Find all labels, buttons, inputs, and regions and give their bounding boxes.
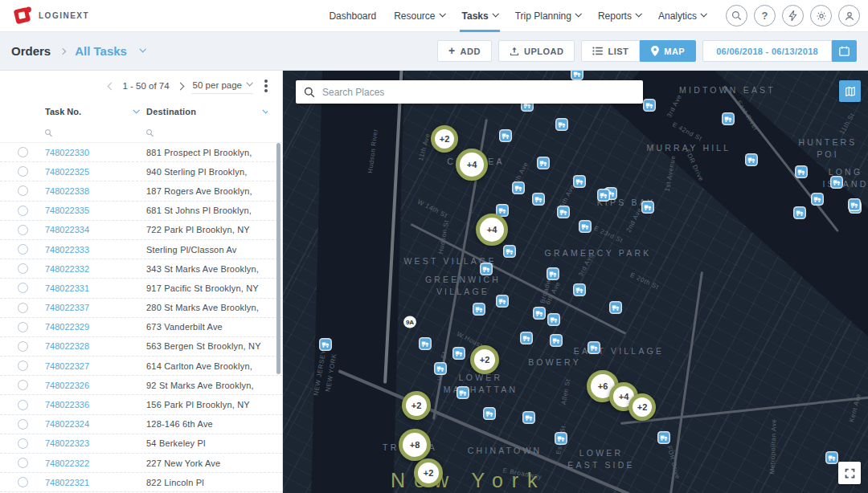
task-number-link[interactable]: 748022334 bbox=[45, 225, 146, 234]
task-marker[interactable] bbox=[813, 194, 823, 205]
task-no-filter-input[interactable] bbox=[45, 122, 146, 142]
column-task-no[interactable]: Task No. bbox=[45, 107, 146, 116]
cluster-marker[interactable]: +4 bbox=[476, 214, 508, 246]
sort-caret-icon[interactable] bbox=[133, 107, 139, 113]
row-radio[interactable] bbox=[18, 283, 28, 293]
task-number-link[interactable]: 748022324 bbox=[45, 419, 146, 429]
help-button[interactable]: ? bbox=[754, 5, 776, 26]
task-number-link[interactable]: 748022331 bbox=[45, 283, 146, 293]
row-radio[interactable] bbox=[18, 400, 28, 410]
task-number-link[interactable]: 748022337 bbox=[45, 303, 146, 312]
table-row[interactable]: 748022334722 Park Pl Brooklyn, NY bbox=[0, 221, 282, 240]
row-radio[interactable] bbox=[18, 477, 28, 487]
table-row[interactable]: 74802232354 Berkeley Pl bbox=[0, 434, 282, 454]
task-marker[interactable] bbox=[497, 206, 508, 216]
task-marker[interactable] bbox=[485, 409, 495, 419]
cluster-marker[interactable]: +2 bbox=[414, 458, 443, 487]
task-marker[interactable] bbox=[580, 222, 591, 232]
column-destination[interactable]: Destination bbox=[146, 107, 268, 116]
row-radio[interactable] bbox=[18, 341, 28, 352]
task-number-link[interactable]: 748022321 bbox=[45, 478, 146, 487]
task-marker[interactable] bbox=[827, 453, 837, 463]
task-number-link[interactable]: 748022323 bbox=[45, 438, 146, 448]
date-range-button[interactable]: 06/06/2018 - 06/13/2018 bbox=[702, 40, 832, 62]
task-marker[interactable] bbox=[575, 285, 585, 295]
nav-item-dashboard[interactable]: Dashboard bbox=[320, 0, 385, 32]
nav-item-resource[interactable]: Resource bbox=[385, 0, 452, 32]
cluster-marker[interactable]: +2 bbox=[628, 393, 656, 421]
map-type-button[interactable] bbox=[839, 80, 861, 102]
profile-button[interactable] bbox=[838, 5, 860, 26]
task-marker[interactable] bbox=[551, 336, 562, 346]
cluster-marker[interactable]: +2 bbox=[470, 345, 499, 374]
table-row[interactable]: 748022336156 Park Pl Brooklyn, NY bbox=[0, 395, 282, 414]
breadcrumb-current[interactable]: All Tasks bbox=[75, 44, 127, 58]
task-marker[interactable] bbox=[747, 155, 757, 165]
table-row[interactable]: 748022324128-146 6th Ave bbox=[0, 415, 282, 434]
task-marker[interactable] bbox=[575, 177, 585, 187]
nav-item-analytics[interactable]: Analytics bbox=[649, 0, 714, 32]
row-radio[interactable] bbox=[18, 322, 28, 332]
task-marker[interactable] bbox=[436, 364, 446, 374]
search-button[interactable] bbox=[726, 5, 747, 26]
cluster-marker[interactable]: +2 bbox=[402, 391, 431, 420]
list-view-button[interactable]: LIST bbox=[581, 40, 640, 62]
task-marker[interactable] bbox=[458, 388, 469, 398]
task-marker[interactable] bbox=[420, 339, 431, 349]
row-radio[interactable] bbox=[18, 419, 28, 430]
settings-button[interactable] bbox=[810, 5, 832, 26]
row-radio[interactable] bbox=[18, 458, 28, 468]
task-marker[interactable] bbox=[321, 340, 331, 350]
task-number-link[interactable]: 748022336 bbox=[45, 400, 146, 409]
scrollbar[interactable] bbox=[276, 143, 280, 374]
task-number-link[interactable]: 748022330 bbox=[45, 148, 146, 157]
map-view-button[interactable]: MAP bbox=[640, 40, 696, 62]
table-row[interactable]: 748022330881 Prospect Pl Brooklyn, bbox=[0, 143, 282, 162]
row-radio[interactable] bbox=[18, 225, 28, 235]
task-marker[interactable] bbox=[534, 308, 545, 319]
task-marker[interactable] bbox=[557, 120, 567, 130]
row-radio[interactable] bbox=[18, 361, 28, 371]
map-canvas[interactable]: MIDTOWN EASTMURRAY HILLHUNTERS POILONG I… bbox=[283, 71, 868, 493]
task-marker[interactable] bbox=[659, 433, 669, 443]
fullscreen-button[interactable] bbox=[838, 462, 861, 484]
task-marker[interactable] bbox=[559, 207, 569, 218]
brand[interactable]: LOGINEXT bbox=[11, 6, 89, 26]
row-radio[interactable] bbox=[18, 244, 28, 255]
table-row[interactable]: 748022337280 St Marks Ave Brooklyn, bbox=[0, 299, 282, 318]
next-page-icon[interactable] bbox=[176, 82, 184, 90]
task-marker[interactable] bbox=[505, 246, 515, 257]
row-radio[interactable] bbox=[18, 380, 28, 390]
task-marker[interactable] bbox=[556, 434, 567, 444]
task-number-link[interactable]: 748022328 bbox=[45, 341, 146, 351]
task-marker[interactable] bbox=[795, 208, 805, 218]
cluster-marker[interactable]: +4 bbox=[456, 149, 488, 181]
table-row[interactable]: 74802232692 St Marks Ave Brooklyn, bbox=[0, 376, 282, 395]
task-marker[interactable] bbox=[611, 303, 621, 313]
task-marker[interactable] bbox=[538, 158, 549, 169]
cluster-marker[interactable]: +8 bbox=[399, 429, 431, 461]
task-marker[interactable] bbox=[643, 202, 653, 213]
table-row[interactable]: 748022333Sterling Pl/Classon Av bbox=[0, 240, 282, 259]
task-marker[interactable] bbox=[524, 413, 534, 423]
task-number-link[interactable]: 748022326 bbox=[45, 381, 146, 390]
quick-actions-button[interactable] bbox=[782, 5, 804, 26]
task-number-link[interactable]: 748022335 bbox=[45, 206, 146, 215]
row-radio[interactable] bbox=[18, 303, 28, 313]
task-marker[interactable] bbox=[572, 71, 583, 79]
table-row[interactable]: 748022325940 Sterling Pl Brooklyn, bbox=[0, 162, 282, 181]
task-number-link[interactable]: 748022333 bbox=[45, 245, 146, 255]
table-row[interactable]: 748022331917 Pacific St Brooklyn, NY bbox=[0, 279, 282, 298]
task-marker[interactable] bbox=[534, 194, 544, 205]
task-number-link[interactable]: 748022338 bbox=[45, 186, 146, 196]
row-radio[interactable] bbox=[18, 166, 28, 177]
nav-item-reports[interactable]: Reports bbox=[589, 0, 649, 32]
destination-filter-input[interactable] bbox=[146, 122, 268, 142]
task-number-link[interactable]: 748022329 bbox=[45, 322, 146, 332]
nav-item-tasks[interactable]: Tasks bbox=[453, 0, 506, 32]
task-marker[interactable] bbox=[481, 264, 492, 275]
prev-page-icon[interactable] bbox=[108, 82, 116, 90]
task-marker[interactable] bbox=[522, 333, 532, 344]
cluster-marker[interactable]: +2 bbox=[431, 125, 458, 153]
task-marker[interactable] bbox=[832, 177, 842, 188]
